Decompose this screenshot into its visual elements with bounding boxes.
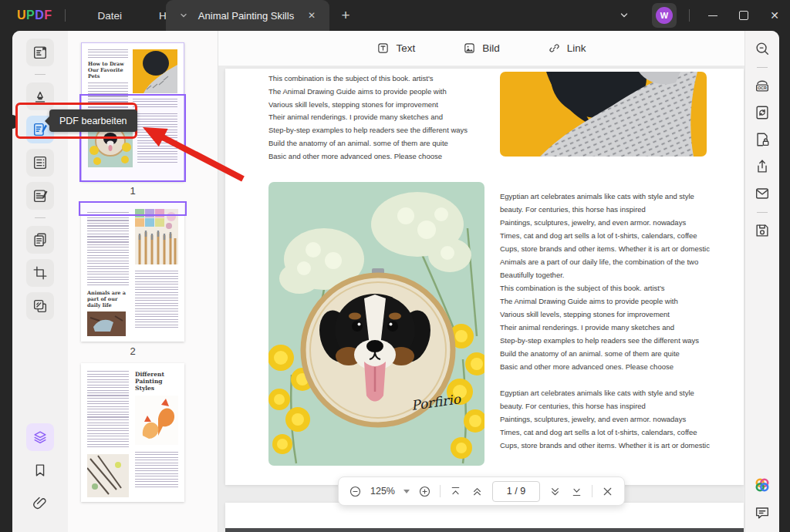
new-tab-button[interactable]: + (336, 6, 355, 25)
layers-icon (32, 429, 49, 446)
zoom-in-button[interactable] (418, 485, 431, 498)
right-toolbar: OCR (744, 31, 779, 532)
reader-mode-icon (32, 44, 49, 61)
attachment-panel-button[interactable] (26, 490, 54, 517)
text-tool-button[interactable]: Text (376, 42, 415, 55)
toolbar-divider (757, 67, 768, 68)
organize-pages-button[interactable] (26, 149, 54, 177)
menu-datei[interactable]: Datei (79, 0, 141, 31)
text-tool-label: Text (396, 42, 415, 54)
page-copy-icon (32, 231, 49, 248)
link-tool-label: Link (567, 42, 586, 54)
pdf-page-1[interactable]: This combination is the subject of this … (225, 69, 744, 485)
share-icon[interactable] (754, 158, 771, 175)
thumbnail-panel-button[interactable] (26, 423, 54, 451)
protect-icon[interactable] (754, 131, 771, 148)
zoom-dropdown-icon[interactable] (403, 490, 410, 493)
updf-logo: U P D F (17, 8, 52, 22)
close-button[interactable]: ✕ (759, 0, 790, 31)
crop-pages-button[interactable] (26, 259, 54, 287)
watermark-button[interactable] (26, 292, 54, 320)
updf-window: U P D F Datei Hilfe Animal Painting Skil… (0, 0, 790, 532)
tab-close-icon[interactable]: ✕ (305, 8, 319, 22)
convert-icon[interactable] (754, 104, 771, 121)
pdf-page-2-image-edge (225, 528, 744, 532)
document-area: Text Bild Link (218, 31, 744, 532)
bookmark-icon (32, 462, 49, 479)
tab-title: Animal Painting Skills (187, 10, 305, 22)
maximize-button[interactable] (728, 0, 759, 31)
thumb1-page-number: 1 (81, 181, 184, 203)
crop-icon (32, 264, 49, 281)
ai-assistant-icon[interactable] (753, 476, 771, 494)
fill-sign-icon (32, 187, 49, 204)
image-tool-icon (463, 42, 476, 55)
image-tool-label: Bild (482, 42, 500, 54)
toolbar-divider (35, 74, 46, 75)
toolbar-divider (592, 485, 592, 497)
logo-letter: D (35, 8, 44, 22)
document-tab[interactable]: Animal Painting Skills ✕ (166, 0, 329, 31)
tab-dropdown-icon[interactable] (180, 12, 187, 19)
thumbnail-page-2[interactable]: Animals are a part of our daily life (81, 203, 184, 342)
edit-pdf-tooltip: PDF bearbeiten (49, 109, 137, 132)
bookmark-panel-button[interactable] (26, 456, 54, 484)
thumb2-heading: Animals are a part of our daily life (87, 290, 129, 308)
toolbar-divider (440, 485, 441, 497)
close-navbar-button[interactable] (601, 485, 614, 498)
page1-left-text: This combination is the subject of this … (268, 74, 500, 165)
titlebar-divider (65, 9, 66, 22)
page-indicator[interactable]: 1 / 9 (492, 481, 540, 502)
logo-letter: U (17, 8, 26, 22)
chevron-down-icon[interactable] (620, 11, 629, 20)
feedback-icon[interactable] (754, 504, 771, 521)
thumb2-palette-image (135, 209, 178, 264)
thumb3-heading: Different Painting Styles (135, 371, 178, 392)
thumb1-pug-image (133, 49, 177, 93)
zoom-out-button[interactable] (349, 485, 362, 498)
account-button[interactable]: W (652, 3, 677, 28)
page1-right-text: Egyptian art celebrates animals like cat… (500, 192, 731, 454)
titlebar-divider (689, 9, 690, 22)
thumbnail-page-3[interactable]: Different Painting Styles (81, 363, 184, 502)
next-page-button[interactable] (549, 485, 562, 498)
thumb1-title: How to Draw Our Favorite Pets (88, 61, 128, 79)
page-navigation-bar: 125% 1 / 9 (338, 476, 625, 506)
logo-letter: F (44, 8, 52, 22)
stamp-pages-icon (32, 298, 49, 315)
fill-sign-button[interactable] (26, 182, 54, 210)
annotation-arrow (127, 117, 251, 183)
zoom-level[interactable]: 125% (370, 486, 395, 497)
last-page-button[interactable] (570, 485, 583, 498)
logo-letter: P (26, 8, 35, 22)
pug-scarf-photo[interactable] (500, 72, 707, 157)
toolbar-divider (757, 212, 768, 213)
thumb3-fox-image (135, 396, 178, 445)
thumb2-painting-image (87, 311, 126, 336)
previous-page-button[interactable] (471, 485, 484, 498)
titlebar: U P D F Datei Hilfe Animal Painting Skil… (0, 0, 790, 31)
link-tool-icon (548, 42, 561, 55)
reader-mode-button[interactable] (26, 39, 54, 66)
tooltip-label: PDF bearbeiten (59, 116, 127, 126)
viewport-indicator[interactable] (79, 201, 187, 216)
toolbar-divider (35, 217, 46, 218)
link-tool-button[interactable]: Link (548, 42, 586, 55)
paperclip-icon (32, 495, 49, 512)
image-tool-button[interactable]: Bild (463, 42, 500, 55)
ocr-icon[interactable]: OCR (754, 77, 771, 94)
edit-mode-toolbar: Text Bild Link (218, 31, 744, 66)
text-tool-icon (376, 42, 390, 55)
save-icon[interactable] (754, 222, 771, 239)
minimize-button[interactable] (697, 0, 728, 31)
first-page-button[interactable] (449, 485, 462, 498)
organize-pages-icon (32, 154, 49, 171)
pdf-page-2-top[interactable] (225, 503, 744, 528)
email-icon[interactable] (754, 185, 771, 202)
thumb3-photo-image (87, 454, 129, 497)
svg-text:OCR: OCR (758, 86, 767, 90)
thumb2-page-number: 2 (81, 342, 184, 363)
embroidery-hoop-photo[interactable]: Porfirio (268, 182, 484, 466)
page-tools-button[interactable] (26, 226, 54, 254)
search-icon[interactable] (754, 40, 771, 57)
